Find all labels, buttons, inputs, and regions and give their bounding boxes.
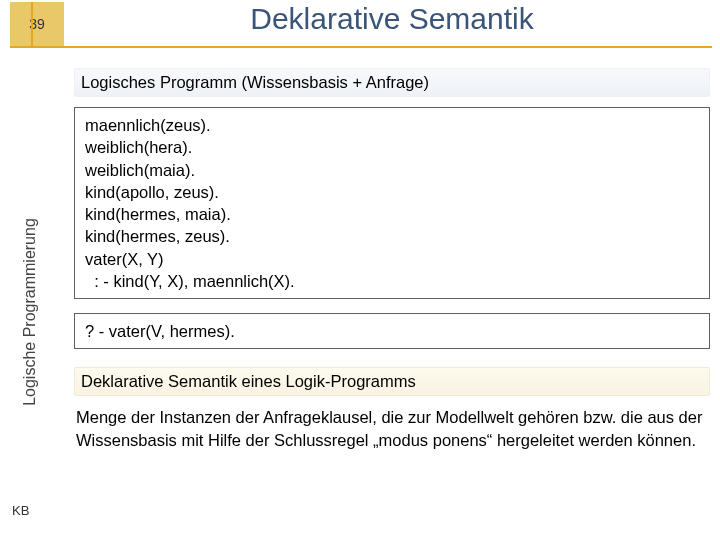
- slide-title: Deklarative Semantik: [64, 0, 720, 36]
- sidebar-label: Logische Programmierung: [21, 212, 39, 412]
- code-block-query: ? - vater(V, hermes).: [74, 313, 710, 349]
- slide-body: Logische Programmierung KB Logisches Pro…: [0, 58, 720, 540]
- heading-deklarative-semantik: Deklarative Semantik eines Logik-Program…: [74, 367, 710, 396]
- slide-header: 39 Deklarative Semantik: [0, 0, 720, 58]
- content-area: Logisches Programm (Wissensbasis + Anfra…: [74, 68, 710, 451]
- page-number: 39: [10, 2, 64, 46]
- code-block-knowledge-base: maennlich(zeus). weiblich(hera). weiblic…: [74, 107, 710, 299]
- explanation-text: Menge der Instanzen der Anfrageklausel, …: [74, 406, 710, 451]
- heading-logisches-programm: Logisches Programm (Wissensbasis + Anfra…: [74, 68, 710, 97]
- header-divider: [10, 46, 712, 48]
- footer-left-label: KB: [12, 503, 29, 518]
